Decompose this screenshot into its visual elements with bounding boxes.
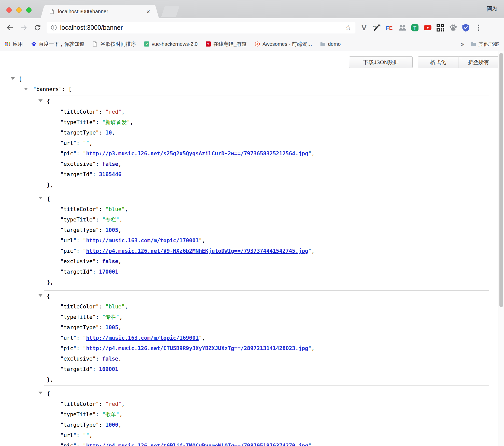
extension-fehelper-icon[interactable]: F E	[384, 22, 395, 33]
json-property-line: "pic": "http://p4.music.126.net/V9-MXz6b…	[44, 246, 489, 256]
bookmark-item[interactable]: Y在线翻译_有道	[206, 41, 247, 48]
json-key: "pic"	[60, 345, 76, 351]
extension-translate-icon[interactable]: 英 en	[371, 22, 382, 33]
json-key: "targetType"	[60, 130, 99, 136]
collapse-triangle-icon[interactable]	[11, 77, 15, 80]
zoom-window-button[interactable]	[26, 7, 32, 13]
json-root-line: {	[0, 74, 498, 84]
json-string: ""	[83, 432, 89, 438]
bookmark-item[interactable]: demo	[320, 41, 341, 47]
bookmark-item[interactable]: 谷歌按时间排序	[93, 41, 136, 48]
scrollbar-thumb[interactable]	[499, 53, 503, 307]
other-bookmarks-folder[interactable]: 其他书签	[471, 41, 499, 48]
bookmark-label: 其他书签	[479, 41, 499, 48]
json-string: ""	[83, 140, 89, 146]
json-key: "typeTitle"	[60, 217, 96, 223]
json-property-line: "url": "http://music.163.com/m/topic/170…	[44, 235, 489, 246]
json-property-line: "exclusive": false,	[44, 256, 489, 267]
json-close-brace: },	[44, 375, 489, 385]
json-string: "red"	[105, 401, 121, 407]
json-key: "url"	[60, 335, 76, 341]
format-button[interactable]: 格式化	[418, 56, 458, 68]
bookmark-label: 在线翻译_有道	[213, 41, 247, 48]
forward-button[interactable]	[17, 21, 31, 35]
scrollbar[interactable]	[498, 51, 504, 446]
json-key: "titleColor"	[60, 206, 99, 212]
json-key: "targetType"	[60, 227, 99, 233]
extension-organization-icon[interactable]	[397, 22, 408, 33]
bookmark-item[interactable]: AAwesomes - 前端资…	[255, 41, 312, 48]
bookmark-item[interactable]: Vvue-hackernews-2.0	[144, 41, 198, 47]
tab-close-icon[interactable]: ×	[146, 8, 150, 15]
json-url-link[interactable]: http://p4.music.126.net/V9-MXz6b2MNhEKju…	[86, 248, 308, 254]
json-url-link[interactable]: http://music.163.com/m/topic/170001	[86, 237, 199, 244]
bookmarks-overflow-chevron[interactable]: »	[461, 40, 464, 48]
svg-text:E: E	[389, 25, 393, 31]
json-key: "titleColor"	[60, 401, 99, 407]
extension-youtube-icon[interactable]	[422, 22, 433, 33]
json-key: "targetId"	[60, 366, 92, 372]
extension-shield-t-icon[interactable]: T	[409, 22, 420, 33]
collapse-triangle-icon[interactable]	[38, 197, 43, 199]
json-url-link[interactable]: http://p3.music.126.net/s25q2x5QyqsAzilC…	[86, 151, 308, 157]
json-property-line: "typeTitle": "专栏",	[44, 215, 489, 225]
json-url-link[interactable]: http://p4.music.126.net/CTU5B9R9y3XyYBZX…	[86, 345, 308, 351]
browser-window: localhost:3000/banner × 阿发 localhost:300…	[0, 0, 504, 446]
bookmark-label: 应用	[13, 41, 23, 48]
json-number: 169001	[99, 366, 118, 372]
collapse-triangle-icon[interactable]	[38, 392, 43, 394]
json-property-line: "targetId": 3165446	[44, 169, 489, 180]
json-property-line: "typeTitle": "新碟首发",	[44, 117, 489, 128]
json-property-line: "titleColor": "red",	[44, 399, 489, 409]
bookmark-item[interactable]: 百度一下，你就知道	[31, 41, 85, 48]
json-property-line: "targetType": 1005,	[44, 225, 489, 235]
json-key: "titleColor"	[60, 109, 99, 115]
collapse-triangle-icon[interactable]	[38, 294, 43, 297]
json-key: "targetId"	[60, 171, 92, 177]
json-url-link[interactable]: http://p4.music.126.net/tGPljf-IMOCyPvum…	[86, 443, 308, 446]
json-property-line: "targetType": 1005,	[44, 322, 489, 333]
json-tree: {"banners": [{"titleColor": "red","typeT…	[0, 74, 498, 446]
extension-vimium-icon[interactable]: V	[358, 22, 369, 33]
address-bar[interactable]: localhost:3000/banner ☆	[47, 22, 355, 33]
extension-qrcode-icon[interactable]	[435, 22, 446, 33]
back-button[interactable]	[3, 21, 17, 35]
reload-button[interactable]	[31, 21, 44, 35]
extension-paw-icon[interactable]	[447, 22, 458, 33]
collapse-all-button[interactable]: 折叠所有	[458, 56, 499, 68]
svg-text:V: V	[146, 42, 148, 46]
json-url-link[interactable]: http://music.163.com/m/topic/169001	[86, 335, 199, 341]
json-string: "专栏"	[102, 314, 119, 320]
json-array-line: "banners": [	[0, 84, 498, 95]
json-number: 3165446	[99, 171, 122, 177]
json-key: "banners"	[33, 86, 62, 92]
json-key: "url"	[60, 432, 76, 438]
page-info-icon[interactable]	[51, 24, 57, 31]
download-json-button[interactable]: 下载JSON数据	[349, 56, 413, 68]
profile-name: 阿发	[487, 5, 498, 13]
baidu-icon	[31, 41, 36, 47]
close-window-button[interactable]	[6, 7, 12, 13]
browser-tab[interactable]: localhost:3000/banner ×	[45, 5, 154, 18]
json-object-box: {"titleColor": "blue","typeTitle": "专栏",…	[44, 193, 489, 288]
browser-menu-icon[interactable]	[473, 22, 484, 33]
json-property-line: "pic": "http://p4.music.126.net/tGPljf-I…	[44, 441, 489, 446]
json-close-brace: },	[44, 277, 489, 288]
collapse-triangle-icon[interactable]	[24, 88, 28, 90]
awesomes-icon: A	[255, 41, 260, 47]
json-open-brace: {	[44, 291, 489, 302]
collapse-triangle-icon[interactable]	[38, 99, 43, 102]
extension-shield-check-icon[interactable]	[460, 22, 471, 33]
json-property-line: "typeTitle": "歌单",	[44, 409, 489, 420]
json-boolean: false	[102, 356, 118, 362]
json-boolean: false	[102, 161, 118, 167]
json-key: "typeTitle"	[60, 119, 96, 125]
new-tab-button[interactable]	[161, 6, 179, 17]
bookmark-item[interactable]: 应用	[5, 41, 23, 48]
json-property-line: "titleColor": "red",	[44, 107, 489, 117]
folder-icon	[320, 41, 325, 47]
minimize-window-button[interactable]	[16, 7, 22, 13]
json-string: "blue"	[105, 304, 125, 310]
bookmark-label: vue-hackernews-2.0	[152, 41, 198, 47]
bookmark-star-icon[interactable]: ☆	[345, 24, 352, 31]
